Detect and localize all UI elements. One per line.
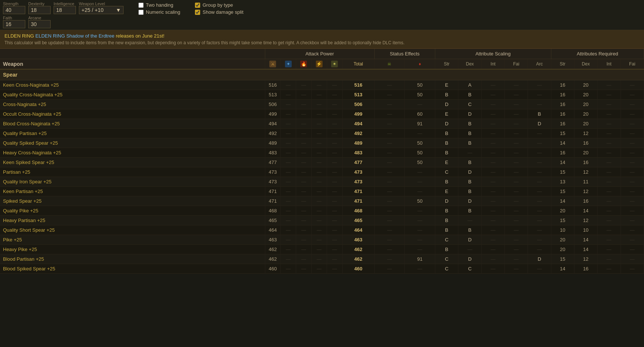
fire-value: —: [296, 264, 311, 274]
fire-value: —: [296, 90, 311, 100]
magic-value: —: [281, 245, 296, 254]
req-int: —: [597, 245, 621, 254]
total-value: 477: [342, 158, 374, 167]
weapon-col-header: Weapon: [0, 59, 265, 70]
req-fai: —: [621, 100, 644, 109]
table-row[interactable]: Quality Partisan +25492————492——BB———151…: [0, 129, 644, 138]
table-row[interactable]: Pike +25463————463——CD———2014——: [0, 235, 644, 245]
scaling-fai: —: [504, 138, 528, 148]
req-fai: —: [621, 138, 644, 148]
two-handing-row[interactable]: Two handing: [138, 2, 180, 8]
req-dex: 16: [574, 196, 597, 206]
holy-value: —: [327, 235, 343, 245]
dexterity-value[interactable]: 18: [28, 6, 51, 14]
scaling-fai: —: [504, 187, 528, 196]
req-fai: —: [621, 206, 644, 216]
scaling-arc: —: [528, 167, 551, 177]
intelligence-value[interactable]: 18: [54, 6, 76, 14]
req-str: 15: [551, 216, 574, 225]
holy-value: —: [327, 264, 343, 274]
poison-value: —: [374, 254, 405, 264]
table-row[interactable]: Occult Cross-Naginata +25499————499—60ED…: [0, 109, 644, 119]
req-fai: —: [621, 80, 644, 90]
req-str: 14: [551, 158, 574, 167]
group-by-type-checkbox[interactable]: [195, 3, 200, 8]
scaling-arc: D: [528, 119, 551, 129]
scaling-dex: A: [458, 80, 481, 90]
strength-value[interactable]: 40: [3, 6, 25, 14]
table-row[interactable]: Quality Short Spear +25464————464——BB———…: [0, 225, 644, 235]
light-value: —: [311, 80, 327, 90]
show-damage-split-row[interactable]: Show damage split: [195, 9, 243, 15]
req-dex: 14: [574, 206, 597, 216]
req-fai: —: [621, 109, 644, 119]
table-row[interactable]: Keen Spiked Spear +25477————477—50EB———1…: [0, 158, 644, 167]
numeric-scaling-checkbox[interactable]: [138, 10, 144, 15]
arcane-label: Arcane: [28, 16, 51, 20]
table-row[interactable]: Heavy Pike +25462————462——B————2014——: [0, 245, 644, 254]
weapon-level-value[interactable]: +25 / +10 ▼: [79, 6, 124, 14]
req-int: —: [597, 216, 621, 225]
fire-value: —: [296, 119, 311, 129]
scaling-int: —: [481, 225, 504, 235]
bleed-value: —: [405, 177, 435, 187]
fire-icon-header: 🔥: [296, 59, 311, 70]
arcane-value[interactable]: 30: [28, 20, 51, 28]
announcement-link[interactable]: ELDEN RING Shadow of the Erdtree: [35, 33, 114, 39]
table-row[interactable]: Partisan +25473————473——CD———1512——: [0, 167, 644, 177]
numeric-scaling-label[interactable]: Numeric scaling: [146, 9, 180, 15]
group-by-type-label[interactable]: Group by type: [202, 2, 233, 8]
req-dex: 20: [574, 90, 597, 100]
group-by-type-row[interactable]: Group by type: [195, 2, 243, 8]
table-row[interactable]: Heavy Cross-Naginata +25483————483—50B——…: [0, 148, 644, 158]
light-value: —: [311, 167, 327, 177]
table-row[interactable]: Keen Partisan +25471————471——EB———1512——: [0, 187, 644, 196]
bleed-value: 50: [405, 158, 435, 167]
holy-value: —: [327, 129, 343, 138]
table-row[interactable]: Heavy Partisan +25465————465——B————1512—…: [0, 216, 644, 225]
scaling-str: D: [435, 196, 458, 206]
light-value: —: [311, 177, 327, 187]
poison-value: —: [374, 109, 405, 119]
scaling-str: B: [435, 245, 458, 254]
scaling-int: —: [481, 90, 504, 100]
total-value: 471: [342, 187, 374, 196]
show-damage-split-checkbox[interactable]: [195, 10, 200, 15]
req-fai: —: [621, 119, 644, 129]
phys-value: 468: [265, 206, 281, 216]
table-row[interactable]: Blood Partisan +25462————462—91CD——D1512…: [0, 254, 644, 264]
two-handing-label[interactable]: Two handing: [146, 2, 173, 8]
req-str: 14: [551, 196, 574, 206]
bleed-value: 50: [405, 196, 435, 206]
light-value: —: [311, 196, 327, 206]
poison-value: —: [374, 148, 405, 158]
table-row[interactable]: Spiked Spear +25471————471—50DD———1416——: [0, 196, 644, 206]
req-dex-header: Dex: [574, 59, 597, 70]
table-row[interactable]: Quality Cross-Naginata +25513————513—50B…: [0, 90, 644, 100]
numeric-scaling-row[interactable]: Numeric scaling: [138, 9, 180, 15]
scaling-fai: —: [504, 206, 528, 216]
table-row[interactable]: Blood Cross-Naginata +25494————494—91DB—…: [0, 119, 644, 129]
scaling-str: C: [435, 264, 458, 274]
phys-value: 471: [265, 187, 281, 196]
bleed-value: —: [405, 129, 435, 138]
req-fai: —: [621, 129, 644, 138]
phys-value: 473: [265, 177, 281, 187]
faith-value[interactable]: 16: [3, 20, 25, 28]
magic-value: —: [281, 100, 296, 109]
table-row[interactable]: Quality Pike +25468————468——BB———2014——: [0, 206, 644, 216]
table-row[interactable]: Blood Spiked Spear +25460————460——CC———1…: [0, 264, 644, 274]
two-handing-checkbox[interactable]: [138, 3, 144, 8]
table-row[interactable]: Cross-Naginata +25506————506——DC———1620—…: [0, 100, 644, 109]
table-row[interactable]: Keen Cross-Naginata +25516————516—50EA——…: [0, 80, 644, 90]
weapon-name-cell: Pike +25: [0, 235, 265, 245]
weapon-name-cell: Blood Cross-Naginata +25: [0, 119, 265, 129]
show-damage-split-label[interactable]: Show damage split: [202, 9, 243, 15]
light-value: —: [311, 235, 327, 245]
total-value: 463: [342, 235, 374, 245]
table-row[interactable]: Quality Iron Spear +25473————473——BB———1…: [0, 177, 644, 187]
poison-value: —: [374, 245, 405, 254]
table-row[interactable]: Quality Spiked Spear +25489————489—50BB—…: [0, 138, 644, 148]
req-int: —: [597, 206, 621, 216]
total-value: 464: [342, 225, 374, 235]
